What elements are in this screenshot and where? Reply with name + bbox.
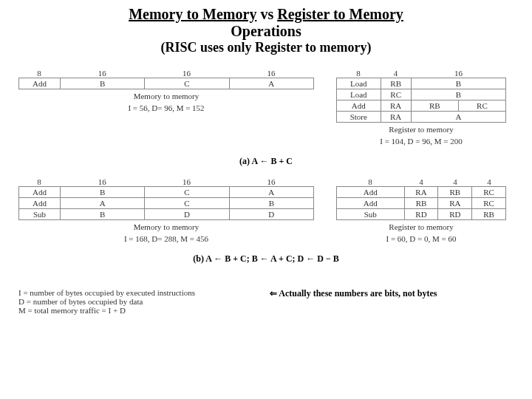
col-width: 16	[60, 69, 144, 78]
cell: C	[145, 187, 229, 198]
table-a-right: Load RB B Load RC B Add RA RB RC Store R…	[336, 78, 506, 123]
col-width: 16	[411, 69, 506, 78]
cell: RC	[472, 198, 506, 209]
mem-to-mem-a: 8 16 16 16 Add B C A Memory to memory I …	[18, 69, 314, 112]
legend-line: I = number of bytes occupied by executed…	[18, 288, 225, 297]
cell: B	[60, 78, 144, 89]
table-a-left: Add B C A	[18, 78, 314, 89]
cell: RD	[404, 209, 438, 220]
title-note: (RISC uses only Register to memory)	[18, 40, 514, 55]
slide-title: Memory to Memory vs Register to Memory O…	[18, 6, 514, 55]
cell: A	[411, 112, 505, 123]
title-line2: Operations	[18, 23, 514, 40]
cell: RC	[458, 100, 505, 112]
annotation: ⇐ Actually these numbers are bits, not b…	[248, 288, 514, 299]
cell: D	[229, 209, 313, 220]
cell: RB	[411, 100, 458, 112]
caption: Memory to memory	[18, 92, 314, 100]
cell: Sub	[19, 209, 61, 220]
cell: A	[229, 187, 313, 198]
table-b-right: Add RA RB RC Add RB RA RC Sub RD RD RB	[336, 186, 506, 220]
cell: Store	[337, 112, 381, 123]
cell: RB	[438, 187, 472, 198]
title-part2: Register to Memory	[277, 6, 403, 22]
col-width: 4	[404, 177, 438, 186]
cell: B	[411, 78, 505, 89]
stats: I = 168, D= 288, M = 456	[18, 234, 314, 243]
section-a: 8 16 16 16 Add B C A Memory to memory I …	[18, 69, 514, 146]
col-width: 8	[336, 69, 381, 78]
section-b: 8 16 16 16 Add B C A Add A C B Sub B D D	[18, 177, 514, 243]
cell: C	[145, 78, 229, 89]
cell: RC	[472, 187, 506, 198]
title-part1: Memory to Memory	[129, 6, 256, 22]
cell: Add	[337, 198, 405, 209]
title-vs: vs	[260, 6, 273, 22]
cell: Load	[337, 78, 381, 89]
cell: Add	[19, 187, 61, 198]
reg-to-mem-a: 8 4 16 Load RB B Load RC B Add RA RB RC …	[336, 69, 506, 146]
cell: RA	[381, 112, 411, 123]
cell: D	[145, 209, 229, 220]
col-width: 8	[18, 177, 60, 186]
footer-row: I = number of bytes occupied by executed…	[18, 275, 514, 315]
col-width: 4	[381, 69, 411, 78]
reg-to-mem-b: 8 4 4 4 Add RA RB RC Add RB RA RC Sub RD…	[336, 177, 506, 243]
cell: Add	[337, 187, 405, 198]
cell: RB	[472, 209, 506, 220]
col-width: 16	[144, 177, 228, 186]
col-width: 16	[144, 69, 228, 78]
cell: RA	[381, 100, 411, 112]
caption: Register to memory	[336, 125, 506, 134]
mem-to-mem-b: 8 16 16 16 Add B C A Add A C B Sub B D D	[18, 177, 314, 243]
cell: C	[145, 198, 229, 209]
legend-line: D = number of bytes occupied by data	[18, 297, 225, 306]
cell: Add	[19, 198, 61, 209]
col-width: 8	[18, 69, 60, 78]
legend: I = number of bytes occupied by executed…	[18, 288, 225, 315]
cell: RB	[404, 198, 438, 209]
cell: RA	[438, 198, 472, 209]
col-width: 8	[336, 177, 404, 186]
cell: RA	[404, 187, 438, 198]
equation-a: (a) A ← B + C	[18, 156, 514, 167]
stats: I = 56, D= 96, M = 152	[18, 103, 314, 112]
cell: RB	[381, 78, 411, 89]
cell: Add	[19, 78, 61, 89]
cell: B	[60, 187, 144, 198]
col-width: 16	[229, 177, 313, 186]
col-width: 16	[229, 69, 313, 78]
cell: Load	[337, 89, 381, 100]
cell: Sub	[337, 209, 405, 220]
cell: A	[60, 198, 144, 209]
caption: Memory to memory	[18, 222, 314, 231]
cell: RC	[381, 89, 411, 100]
col-width: 16	[60, 177, 144, 186]
cell: Add	[337, 100, 381, 112]
cell: B	[411, 89, 505, 100]
equation-b: (b) A ← B + C; B ← A + C; D ← D − B	[18, 253, 514, 265]
caption: Register to memory	[336, 222, 506, 231]
legend-line: M = total memory traffic = I + D	[18, 306, 225, 315]
stats: I = 60, D = 0, M = 60	[336, 234, 506, 243]
cell: RD	[438, 209, 472, 220]
stats: I = 104, D = 96, M = 200	[336, 137, 506, 146]
cell: B	[229, 198, 313, 209]
col-width: 4	[472, 177, 506, 186]
table-b-left: Add B C A Add A C B Sub B D D	[18, 186, 314, 220]
col-width: 4	[438, 177, 472, 186]
cell: B	[60, 209, 144, 220]
cell: A	[229, 78, 313, 89]
